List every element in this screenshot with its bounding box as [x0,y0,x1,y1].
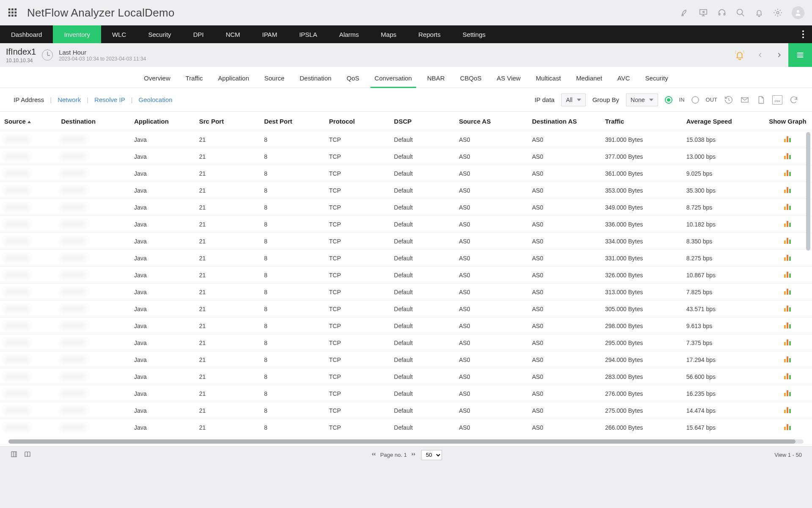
drawer-toggle[interactable] [788,43,812,67]
col-traffic[interactable]: Traffic [601,112,682,131]
table-row[interactable]: hiddenhiddenJava218TCPDefaultAS0AS0391.0… [0,131,812,148]
col-show graph[interactable]: Show Graph [763,112,812,131]
show-graph-icon[interactable] [784,152,791,159]
table-row[interactable]: hiddenhiddenJava218TCPDefaultAS0AS0331.0… [0,250,812,267]
gear-icon[interactable] [773,8,782,17]
presentation-icon[interactable] [699,8,708,17]
show-graph-icon[interactable] [784,389,791,396]
alert-bell-icon[interactable] [732,48,747,62]
direction-out-radio[interactable] [691,96,699,104]
email-icon[interactable] [740,95,749,105]
nav-dashboard[interactable]: Dashboard [0,25,53,43]
col-application[interactable]: Application [130,112,195,131]
nav-reports[interactable]: Reports [407,25,452,43]
nav-more-icon[interactable] [794,25,812,43]
page-first-icon[interactable] [370,451,376,458]
nav-inventory[interactable]: Inventory [53,25,101,43]
nav-dpi[interactable]: DPI [182,25,215,43]
horizontal-scrollbar[interactable] [8,439,804,444]
subtab-destination[interactable]: Destination [292,75,339,88]
subtab-multicast[interactable]: Multicast [528,75,568,88]
subtab-security[interactable]: Security [638,75,676,88]
groupby-select[interactable]: None [626,94,658,106]
show-graph-icon[interactable] [784,254,791,261]
show-graph-icon[interactable] [784,135,791,142]
show-graph-icon[interactable] [784,373,791,379]
show-graph-icon[interactable] [784,288,791,295]
table-row[interactable]: hiddenhiddenJava218TCPDefaultAS0AS0295.0… [0,334,812,351]
nav-ipam[interactable]: IPAM [251,25,288,43]
bell-icon[interactable] [754,8,764,17]
subtab-nbar[interactable]: NBAR [420,75,453,88]
book-icon[interactable] [24,450,31,459]
filterview-geolocation[interactable]: Geolocation [139,96,173,103]
subtab-application[interactable]: Application [211,75,257,88]
col-source as[interactable]: Source AS [455,112,528,131]
table-row[interactable]: hiddenhiddenJava218TCPDefaultAS0AS0336.0… [0,216,812,233]
subtab-conversation[interactable]: Conversation [367,75,420,88]
apps-grid-icon[interactable] [8,8,17,18]
show-graph-icon[interactable] [784,406,791,413]
subtab-avc[interactable]: AVC [610,75,638,88]
show-graph-icon[interactable] [784,271,791,278]
subtab-traffic[interactable]: Traffic [178,75,211,88]
headset-icon[interactable] [717,8,727,17]
nav-ipsla[interactable]: IPSLA [288,25,328,43]
show-graph-icon[interactable] [784,203,791,210]
direction-in-radio[interactable] [665,96,672,104]
subtab-qos[interactable]: QoS [339,75,367,88]
show-graph-icon[interactable] [784,220,791,227]
col-dest port[interactable]: Dest Port [260,112,325,131]
table-row[interactable]: hiddenhiddenJava218TCPDefaultAS0AS0361.0… [0,165,812,182]
subtab-overview[interactable]: Overview [136,75,178,88]
history-icon[interactable] [724,95,733,105]
col-protocol[interactable]: Protocol [325,112,390,131]
nav-maps[interactable]: Maps [370,25,408,43]
table-row[interactable]: hiddenhiddenJava218TCPDefaultAS0AS0334.0… [0,233,812,250]
table-row[interactable]: hiddenhiddenJava218TCPDefaultAS0AS0326.0… [0,267,812,284]
table-row[interactable]: hiddenhiddenJava218TCPDefaultAS0AS0377.0… [0,148,812,165]
pdf-icon[interactable] [756,95,765,105]
col-src port[interactable]: Src Port [195,112,260,131]
show-graph-icon[interactable] [784,305,791,312]
search-icon[interactable] [736,8,745,17]
show-graph-icon[interactable] [784,322,791,329]
subtab-medianet[interactable]: Medianet [568,75,610,88]
show-graph-icon[interactable] [784,186,791,193]
subtab-as view[interactable]: AS View [489,75,528,88]
col-destination[interactable]: Destination [57,112,130,131]
ipdata-select[interactable]: All [561,94,586,106]
rocket-icon[interactable] [680,8,689,17]
show-graph-icon[interactable] [784,356,791,362]
table-row[interactable]: hiddenhiddenJava218TCPDefaultAS0AS0294.0… [0,351,812,368]
nav-ncm[interactable]: NCM [215,25,251,43]
table-row[interactable]: hiddenhiddenJava218TCPDefaultAS0AS0353.0… [0,182,812,199]
avatar[interactable] [792,6,804,19]
refresh-icon[interactable] [789,95,798,105]
show-graph-icon[interactable] [784,237,791,244]
filterview-resolve ip[interactable]: Resolve IP [94,96,125,103]
columns-icon[interactable] [10,450,18,459]
clock-icon[interactable] [42,50,53,61]
table-row[interactable]: hiddenhiddenJava218TCPDefaultAS0AS0305.0… [0,301,812,318]
table-row[interactable]: hiddenhiddenJava218TCPDefaultAS0AS0276.0… [0,385,812,402]
csv-icon[interactable]: csv [772,95,782,105]
table-row[interactable]: hiddenhiddenJava218TCPDefaultAS0AS0275.0… [0,402,812,419]
page-size-select[interactable]: 50 [421,450,442,460]
nav-wlc[interactable]: WLC [101,25,137,43]
col-average speed[interactable]: Average Speed [682,112,763,131]
nav-settings[interactable]: Settings [452,25,497,43]
table-row[interactable]: hiddenhiddenJava218TCPDefaultAS0AS0313.0… [0,284,812,301]
nav-alarms[interactable]: Alarms [328,25,370,43]
next-interface[interactable] [770,43,788,67]
table-row[interactable]: hiddenhiddenJava218TCPDefaultAS0AS0283.0… [0,368,812,385]
nav-security[interactable]: Security [137,25,182,43]
show-graph-icon[interactable] [784,423,791,430]
col-destination as[interactable]: Destination AS [528,112,601,131]
table-row[interactable]: hiddenhiddenJava218TCPDefaultAS0AS0266.0… [0,419,812,434]
show-graph-icon[interactable] [784,339,791,345]
filterview-network[interactable]: Network [58,96,81,103]
col-source[interactable]: Source [0,112,57,131]
table-row[interactable]: hiddenhiddenJava218TCPDefaultAS0AS0298.0… [0,318,812,334]
table-row[interactable]: hiddenhiddenJava218TCPDefaultAS0AS0349.0… [0,199,812,216]
